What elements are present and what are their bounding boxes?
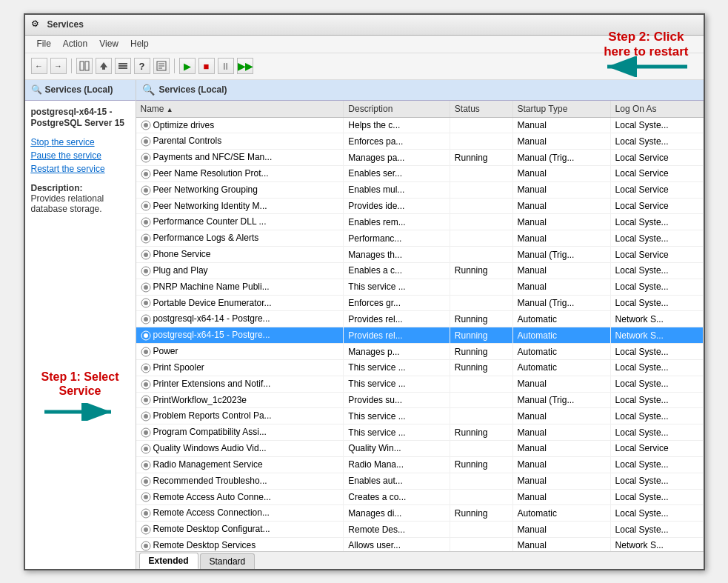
table-row[interactable]: Peer Name Resolution Prot... Enables ser… xyxy=(136,165,704,181)
col-description[interactable]: Description xyxy=(344,101,450,118)
table-row[interactable]: postgresql-x64-14 - Postgre... Provides … xyxy=(136,311,704,327)
cell-status xyxy=(450,522,512,538)
svg-rect-3 xyxy=(102,67,105,70)
menu-bar: File Action View Help Step 2: Click here… xyxy=(25,36,704,53)
sidebar-search-icon: 🔍 xyxy=(31,84,42,95)
table-row[interactable]: Parental Controls Enforces pa... Manual … xyxy=(136,133,704,150)
show-hide-button[interactable] xyxy=(115,58,131,74)
table-row[interactable]: Peer Networking Grouping Enables mul... … xyxy=(136,181,704,198)
restart-service-button[interactable]: ▶▶ xyxy=(237,58,253,74)
cell-logon: Local Syste... xyxy=(610,408,703,424)
table-row[interactable]: Remote Desktop Services Allows user... M… xyxy=(136,538,704,551)
cell-logon: Local Syste... xyxy=(610,456,703,473)
sidebar-description: Description: Provides relational databas… xyxy=(31,183,130,214)
table-row[interactable]: Print Spooler This service ... Running A… xyxy=(136,359,704,376)
table-row[interactable]: Remote Access Auto Conne... Creates a co… xyxy=(136,489,704,505)
cell-name: Quality Windows Audio Vid... xyxy=(136,441,344,457)
cell-logon: Network S... xyxy=(610,327,703,344)
table-row[interactable]: Phone Service Manages th... Manual (Trig… xyxy=(136,247,704,263)
cell-status: Running xyxy=(450,456,512,473)
table-row[interactable]: Peer Networking Identity M... Provides i… xyxy=(136,198,704,214)
forward-button[interactable]: → xyxy=(50,58,67,74)
properties-button[interactable] xyxy=(153,58,170,74)
menu-action[interactable]: Action xyxy=(57,37,93,50)
cell-name: Printer Extensions and Notif... xyxy=(136,376,344,392)
cell-desc: Manages pa... xyxy=(344,150,450,166)
cell-desc: Enables aut... xyxy=(344,473,450,489)
table-row[interactable]: Payments and NFC/SE Man... Manages pa...… xyxy=(136,150,704,166)
up-one-level-button[interactable] xyxy=(96,58,112,74)
cell-startup: Manual xyxy=(512,424,610,441)
table-row[interactable]: Radio Management Service Radio Mana... R… xyxy=(136,456,704,473)
cell-status xyxy=(450,441,512,457)
table-row[interactable]: PrintWorkflow_1c2023e Provides su... Man… xyxy=(136,392,704,408)
cell-startup: Manual xyxy=(512,522,610,538)
table-row[interactable]: Plug and Play Enables a c... Running Man… xyxy=(136,262,704,279)
tab-extended[interactable]: Extended xyxy=(139,553,198,569)
cell-status: Running xyxy=(450,262,512,279)
table-row[interactable]: Portable Device Enumerator... Enforces g… xyxy=(136,295,704,311)
cell-desc: Provides rel... xyxy=(344,327,450,344)
menu-view[interactable]: View xyxy=(93,37,124,50)
col-status[interactable]: Status xyxy=(450,101,512,118)
main-header-icon: 🔍 xyxy=(142,84,155,96)
cell-name: Program Compatibility Assi... xyxy=(136,424,344,441)
cell-logon: Local Service xyxy=(610,198,703,214)
table-row[interactable]: Power Manages p... Running Automatic Loc… xyxy=(136,344,704,360)
stop-service-link[interactable]: Stop the service xyxy=(31,137,130,147)
cell-logon: Local Syste... xyxy=(610,133,703,150)
cell-name: Optimize drives xyxy=(136,117,344,133)
help-toolbar-button[interactable]: ? xyxy=(134,58,150,74)
table-row[interactable]: postgresql-x64-15 - Postgre... Provides … xyxy=(136,327,704,344)
cell-name: PrintWorkflow_1c2023e xyxy=(136,392,344,408)
table-row[interactable]: Problem Reports Control Pa... This servi… xyxy=(136,408,704,424)
tab-standard[interactable]: Standard xyxy=(200,553,256,569)
cell-logon: Local Syste... xyxy=(610,117,703,133)
pause-service-link[interactable]: Pause the service xyxy=(31,150,130,161)
show-console-button[interactable] xyxy=(76,58,93,74)
pause-service-button[interactable]: ⏸ xyxy=(218,58,234,74)
step1-arrow xyxy=(25,403,136,421)
cell-logon: Local Syste... xyxy=(610,473,703,489)
table-row[interactable]: Performance Logs & Alerts Performanc... … xyxy=(136,230,704,247)
cell-logon: Local Syste... xyxy=(610,214,703,230)
cell-desc: Manages p... xyxy=(344,344,450,360)
cell-logon: Local Syste... xyxy=(610,489,703,505)
col-startup[interactable]: Startup Type xyxy=(512,101,610,118)
col-logon[interactable]: Log On As xyxy=(610,101,703,118)
restart-service-link[interactable]: Restart the service xyxy=(31,164,130,174)
svg-marker-2 xyxy=(100,62,107,67)
cell-desc: Performanc... xyxy=(344,230,450,247)
table-row[interactable]: Remote Access Connection... Manages di..… xyxy=(136,505,704,522)
table-row[interactable]: PNRP Machine Name Publi... This service … xyxy=(136,279,704,295)
cell-name: Power xyxy=(136,344,344,360)
table-row[interactable]: Quality Windows Audio Vid... Quality Win… xyxy=(136,441,704,457)
svg-point-40 xyxy=(144,317,148,322)
cell-desc: Manages di... xyxy=(344,505,450,522)
cell-name: Remote Desktop Configurat... xyxy=(136,522,344,538)
service-icon xyxy=(141,427,151,438)
table-row[interactable]: Performance Counter DLL ... Enables rem.… xyxy=(136,214,704,230)
menu-help[interactable]: Help xyxy=(124,37,155,50)
table-row[interactable]: Printer Extensions and Notif... This ser… xyxy=(136,376,704,392)
stop-service-button[interactable]: ■ xyxy=(198,58,215,74)
menu-file[interactable]: File xyxy=(31,37,57,50)
cell-logon: Local Service xyxy=(610,165,703,181)
table-row[interactable]: Recommended Troublesho... Enables aut...… xyxy=(136,473,704,489)
restart-link-rest: the service xyxy=(62,164,105,174)
svg-point-66 xyxy=(144,527,148,532)
start-service-button[interactable]: ▶ xyxy=(179,58,196,74)
table-row[interactable]: Optimize drives Helps the c... Manual Lo… xyxy=(136,117,704,133)
cell-desc: Manages th... xyxy=(344,247,450,263)
cell-status xyxy=(450,392,512,408)
svg-point-22 xyxy=(144,172,148,176)
cell-desc: Allows user... xyxy=(344,538,450,551)
col-name[interactable]: Name ▲ xyxy=(136,101,344,118)
table-row[interactable]: Remote Desktop Configurat... Remote Des.… xyxy=(136,522,704,538)
service-icon xyxy=(141,185,151,196)
cell-status: Running xyxy=(450,311,512,327)
back-button[interactable]: ← xyxy=(31,58,47,74)
service-icon xyxy=(141,395,151,405)
table-row[interactable]: Program Compatibility Assi... This servi… xyxy=(136,424,704,441)
toolbar: ← → ? xyxy=(25,53,704,80)
